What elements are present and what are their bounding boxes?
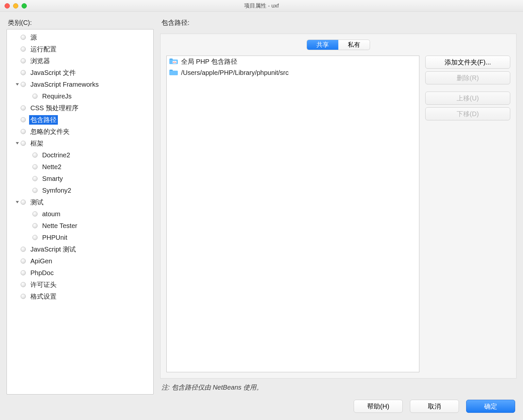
tree-item-label: 框架 — [29, 139, 45, 148]
bullet-icon — [32, 94, 38, 99]
tree-item[interactable]: JavaScript 文件 — [7, 67, 153, 79]
tree-item[interactable]: 框架 — [7, 137, 153, 149]
tree-item-label: PHPUnit — [41, 234, 69, 242]
tree-item-label: 源 — [29, 33, 38, 42]
bullet-icon — [32, 223, 38, 228]
tree-item[interactable]: Nette Tester — [7, 220, 153, 232]
bullet-icon — [21, 200, 26, 205]
footer: 帮助(H) 取消 确定 — [0, 394, 523, 420]
tree-item[interactable]: 浏览器 — [7, 55, 153, 67]
tree-item-label: 格式设置 — [29, 292, 58, 301]
button-column: 添加文件夹(F)... 删除(R) 上移(U) 下移(D) — [425, 56, 510, 372]
tree-item-label: 测试 — [29, 198, 45, 207]
tree-item[interactable]: Symfony2 — [7, 184, 153, 196]
window-controls — [0, 3, 27, 9]
close-icon[interactable] — [5, 3, 10, 9]
tree-item[interactable]: PHPUnit — [7, 232, 153, 243]
ok-button[interactable]: 确定 — [466, 400, 515, 413]
bullet-icon — [21, 117, 26, 122]
bullet-icon — [32, 152, 38, 158]
bullet-icon — [21, 270, 26, 275]
bullet-icon — [21, 141, 26, 146]
chevron-down-icon[interactable] — [14, 82, 21, 86]
note-text: 注: 包含路径仅由 NetBeans 使用。 — [161, 383, 516, 392]
tree-item[interactable]: 测试 — [7, 196, 153, 208]
tree-item[interactable]: PhpDoc — [7, 267, 153, 279]
remove-button[interactable]: 删除(R) — [425, 71, 510, 84]
categories-tree[interactable]: 源运行配置浏览器JavaScript 文件JavaScript Framewor… — [7, 29, 154, 394]
tab-private[interactable]: 私有 — [338, 40, 370, 50]
bullet-icon — [32, 188, 38, 193]
bullet-icon — [21, 282, 26, 287]
svg-marker-2 — [16, 201, 19, 203]
tree-item[interactable]: Smarty — [7, 173, 153, 184]
svg-marker-0 — [16, 83, 19, 85]
bullet-icon — [32, 211, 38, 217]
tree-item[interactable]: atoum — [7, 208, 153, 220]
bullet-icon — [21, 46, 26, 52]
tree-item[interactable]: CSS 预处理程序 — [7, 102, 153, 114]
list-item[interactable]: /Users/apple/PHP/Library/phpunit/src — [167, 67, 419, 78]
tree-item-label: 浏览器 — [29, 56, 51, 66]
bullet-icon — [21, 258, 26, 264]
bullet-icon — [21, 129, 26, 134]
window-title: 项目属性 - uxf — [0, 2, 523, 9]
bullet-icon — [21, 294, 26, 299]
tree-item[interactable]: JavaScript Frameworks — [7, 79, 153, 90]
php-folder-icon: php — [169, 57, 178, 66]
tree-item[interactable]: Nette2 — [7, 161, 153, 173]
tree-item-label: 许可证头 — [29, 280, 58, 289]
svg-text:php: php — [173, 61, 177, 63]
move-down-button[interactable]: 下移(D) — [425, 107, 510, 120]
categories-column: 类别(C): 源运行配置浏览器JavaScript 文件JavaScript F… — [7, 16, 154, 394]
content-frame: 共享 私有 php全局 PHP 包含路径/Users/apple/PHP/Lib… — [160, 34, 516, 378]
dialog-body: 类别(C): 源运行配置浏览器JavaScript 文件JavaScript F… — [0, 12, 523, 420]
upper-area: 类别(C): 源运行配置浏览器JavaScript 文件JavaScript F… — [0, 12, 523, 394]
tree-item[interactable]: JavaScript 测试 — [7, 243, 153, 255]
tree-item-label: Nette Tester — [41, 222, 78, 230]
tree-item[interactable]: RequireJs — [7, 90, 153, 102]
dialog-window: 项目属性 - uxf 类别(C): 源运行配置浏览器JavaScript 文件J… — [0, 0, 523, 420]
tree-item[interactable]: 许可证头 — [7, 279, 153, 290]
tree-item[interactable]: 包含路径 — [7, 114, 153, 126]
add-folder-button[interactable]: 添加文件夹(F)... — [425, 56, 510, 69]
tree-item[interactable]: Doctrine2 — [7, 149, 153, 161]
tree-item-label: RequireJs — [41, 92, 73, 100]
bullet-icon — [21, 105, 26, 111]
chevron-down-icon[interactable] — [14, 141, 21, 145]
tab-shared[interactable]: 共享 — [307, 40, 338, 50]
tree-item[interactable]: ApiGen — [7, 255, 153, 267]
move-up-button[interactable]: 上移(U) — [425, 92, 510, 105]
tree-item-label: JavaScript 文件 — [29, 68, 77, 78]
tree-item-label: ApiGen — [29, 257, 54, 265]
tree-item-label: JavaScript 测试 — [29, 245, 77, 254]
svg-marker-1 — [16, 142, 19, 144]
help-button[interactable]: 帮助(H) — [354, 400, 403, 413]
path-list[interactable]: php全局 PHP 包含路径/Users/apple/PHP/Library/p… — [166, 56, 419, 372]
list-item-label: 全局 PHP 包含路径 — [181, 57, 237, 66]
zoom-icon[interactable] — [22, 3, 27, 9]
bullet-icon — [32, 176, 38, 181]
tree-item[interactable]: 格式设置 — [7, 290, 153, 302]
bullet-icon — [32, 235, 38, 240]
chevron-down-icon[interactable] — [14, 200, 21, 204]
segmented-control: 共享 私有 — [166, 40, 510, 50]
tree-item-label: CSS 预处理程序 — [29, 103, 80, 113]
list-item[interactable]: php全局 PHP 包含路径 — [167, 56, 419, 67]
tree-item-label: 运行配置 — [29, 44, 58, 54]
tree-item-label: atoum — [41, 210, 62, 218]
bullet-icon — [21, 70, 26, 75]
bullet-icon — [21, 82, 26, 87]
content-row: php全局 PHP 包含路径/Users/apple/PHP/Library/p… — [166, 56, 510, 372]
folder-icon — [169, 68, 178, 77]
bullet-icon — [32, 164, 38, 169]
tree-item[interactable]: 忽略的文件夹 — [7, 126, 153, 137]
minimize-icon[interactable] — [13, 3, 18, 9]
tree-item[interactable]: 运行配置 — [7, 43, 153, 55]
panel-title: 包含路径: — [161, 18, 516, 27]
tree-item-label: Symfony2 — [41, 186, 73, 195]
tree-item[interactable]: 源 — [7, 31, 153, 43]
titlebar: 项目属性 - uxf — [0, 0, 523, 12]
cancel-button[interactable]: 取消 — [410, 400, 459, 413]
tree-item-label: PhpDoc — [29, 269, 55, 277]
